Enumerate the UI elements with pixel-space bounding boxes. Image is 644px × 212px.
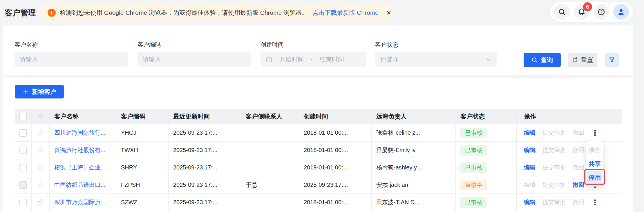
row-checkbox[interactable] [19,164,27,171]
action-edit[interactable]: 编辑 [524,198,536,206]
action-edit: 编辑 [524,181,536,189]
customer-name-link[interactable]: 喜鸿旅行社股份有... [54,146,106,154]
search-button[interactable]: 查询 [524,53,561,67]
more-actions-icon[interactable]: ⋮ [591,129,599,137]
page-title: 客户管理 [5,8,36,18]
customer-name-input[interactable] [15,52,128,67]
customer-status-select[interactable]: 请选择 [375,52,497,67]
created-time-cell: 2018-01-01 00:... [299,124,372,141]
star-icon[interactable]: ☆ [37,198,44,206]
add-customer-button[interactable]: 新增客户 [15,85,64,98]
topbar-icon-group: 6 ? [550,2,633,22]
customer-code-input[interactable] [138,52,251,67]
action-edit[interactable]: 编辑 [524,164,536,171]
action-submit-approval: 提交审批 [542,198,566,206]
field-label: 创建时间 [261,41,366,48]
created-time-cell: 2018-01-01 00:... [299,142,372,159]
popup-item-共享[interactable]: 共享 [586,157,603,171]
column-header-updated: 最近更新时间 [169,109,241,124]
row-checkbox[interactable] [19,129,27,137]
status-badge: 已审核 [460,197,487,208]
table-row: ☆ 深圳市万众国际旅... SZWZ 2025-09-23 17:... 201… [15,194,622,211]
calendar-icon [266,56,272,63]
table-row: ☆ 四川远海国际旅行... YHGJ 2025-09-23 17:... 201… [15,124,622,142]
funnel-icon [608,56,615,63]
row-actions: 编辑提交审批撤回⋮ [517,142,622,159]
table-row: ☆ 喜鸿旅行社股份有... TWXH 2025-09-23 17:... 201… [15,142,622,159]
contact-cell [241,142,299,159]
customer-name-link[interactable]: 榕源（上海）企业... [54,164,106,171]
search-icon [531,57,538,63]
start-date-placeholder[interactable]: 开始时间 [279,55,304,63]
status-badge: 审核中 [460,180,487,190]
created-time-cell: 2018-01-01 00:... [299,159,372,176]
customer-code-cell: SHRY [116,159,169,176]
column-header-contact: 客户侧联系人 [241,109,299,124]
customer-name-link[interactable]: 深圳市万众国际旅... [54,198,106,206]
filter-field-created-time: 创建时间 开始时间 - 结束时间 [261,41,366,67]
star-icon[interactable]: ☆ [37,181,44,189]
customer-code-cell: YHGJ [116,124,169,141]
row-checkbox[interactable] [19,147,27,154]
contact-cell [241,159,299,176]
banner-text: 检测到您未使用 Google Chrome 浏览器，为获得最佳体验，请使用最新版… [60,9,308,17]
action-withdraw[interactable]: 撤回 [573,181,584,189]
contact-cell [241,194,299,211]
more-actions-popup: 催办 共享 停用 [586,141,603,186]
field-label: 客户状态 [375,41,497,48]
created-time-cell: 2025-09-23 17:... [299,176,372,193]
help-icon[interactable]: ? [594,4,609,20]
star-icon[interactable]: ☆ [37,164,44,172]
close-icon[interactable]: × [387,9,391,17]
customer-name-link[interactable]: 四川远海国际旅行... [54,129,106,137]
status-badge: 已审核 [460,162,487,173]
bell-icon[interactable]: 6 [574,4,589,20]
row-checkbox[interactable] [19,199,27,206]
reset-button[interactable]: 重置 [568,53,597,67]
contact-cell: 于总 [241,176,299,193]
owner-cell: 张鑫林-celine z... [372,124,456,141]
action-withdraw: 撤回 [573,129,584,137]
column-header-code: 客户编码 [116,109,169,124]
date-separator: - [311,56,313,63]
plus-icon [23,89,29,95]
date-range-input[interactable]: 开始时间 - 结束时间 [261,52,366,67]
star-icon[interactable]: ☆ [37,129,44,137]
action-submit-approval: 提交审批 [542,146,566,154]
end-date-placeholder[interactable]: 结束时间 [320,55,344,63]
star-icon: ☆ [37,112,44,120]
more-actions-icon[interactable]: ⋮ [591,199,599,206]
action-edit[interactable]: 编辑 [524,146,536,154]
owner-cell: 田东波-TIAN D... [372,194,456,211]
field-label: 客户名称 [15,41,128,48]
customers-table: ☆ 客户名称 客户编码 最近更新时间 客户侧联系人 创建时间 远海负责人 客户状… [15,109,622,211]
popup-item-催办[interactable]: 催办 [586,143,603,157]
owner-cell: 安杰-jack an [372,176,456,193]
search-icon[interactable] [554,4,570,20]
filter-field-customer-name: 客户名称 [15,41,128,67]
popup-item-停用[interactable]: 停用 [587,171,602,184]
row-actions: 编辑提交审批撤回⋮ [517,159,622,176]
column-header-actions: 操作 [517,109,622,124]
row-checkbox[interactable] [19,181,27,189]
user-avatar[interactable] [613,4,629,20]
notification-badge: 6 [583,2,592,11]
svg-text:?: ? [600,10,603,14]
advanced-filter-button[interactable] [605,53,619,67]
action-edit[interactable]: 编辑 [524,129,536,137]
status-badge: 已审核 [460,128,487,138]
chevron-down-icon [485,56,492,63]
browser-warning-banner: i 检测到您未使用 Google Chrome 浏览器，为获得最佳体验，请使用最… [41,3,392,22]
customer-name-link[interactable]: 中国纺织品进出口... [54,181,106,189]
owner-cell: 吕晏慈-Emily lv [372,142,456,159]
customer-code-cell: TWXH [116,142,169,159]
filter-panel: 客户名称 客户编码 创建时间 开始时间 - 结束时间 客户状态 请选择 查询 重… [3,25,633,75]
row-actions: 编辑提交审批撤回⋮ [517,176,622,193]
row-actions: 编辑提交审批撤回⋮ [517,194,622,211]
download-chrome-link[interactable]: 点击下载最新版 Chrome [312,9,379,17]
select-all-checkbox[interactable] [19,113,27,120]
customer-code-cell: FZPSH [116,176,169,193]
updated-time-cell: 2025-09-23 17:... [169,194,241,211]
column-header-created: 创建时间 [299,109,372,124]
star-icon[interactable]: ☆ [37,146,44,154]
